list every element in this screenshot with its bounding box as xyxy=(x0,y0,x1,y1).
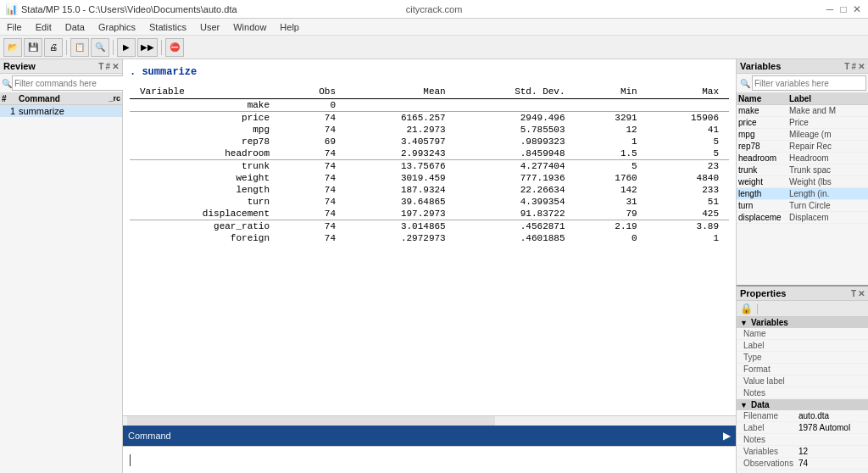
prop-variables-header[interactable]: ▼Variables xyxy=(737,317,868,328)
toolbar-save-btn[interactable]: 💾 xyxy=(24,38,42,57)
menu-graphics[interactable]: Graphics xyxy=(95,20,139,34)
toolbar-do-btn[interactable]: ▶▶ xyxy=(137,38,158,57)
prop-row: Name xyxy=(737,328,868,340)
toolbar-open-btn[interactable]: 📂 xyxy=(3,38,22,57)
var-col-headers: Name Label xyxy=(737,93,868,105)
output-scroll[interactable]: summarize Variable Obs Mean Std. Dev. Mi… xyxy=(123,59,736,415)
toolbar: 📂 💾 🖨 📋 🔍 ▶ ▶▶ ⛔ xyxy=(0,36,868,59)
menubar: File Edit Data Graphics Statistics User … xyxy=(0,19,868,36)
toolbar-break-btn[interactable]: ⛔ xyxy=(165,38,184,57)
list-item[interactable]: weightWeight (lbs xyxy=(737,176,868,188)
titlebar-controls: ─ □ ✕ xyxy=(824,3,863,15)
maximize-button[interactable]: □ xyxy=(837,3,849,15)
list-item[interactable]: makeMake and M xyxy=(737,105,868,117)
prop-row: Variables12 xyxy=(737,446,868,458)
menu-edit[interactable]: Edit xyxy=(32,20,55,34)
prop-sep: | xyxy=(756,303,759,314)
table-row: headroom742.993243.84599481.55 xyxy=(130,147,729,160)
vars-close-icon[interactable]: ✕ xyxy=(858,62,865,71)
props-close-icon[interactable]: ✕ xyxy=(858,289,865,298)
close-button[interactable]: ✕ xyxy=(851,3,863,15)
list-item[interactable]: headroomHeadroom xyxy=(737,153,868,164)
var-label: Mileage (m xyxy=(789,130,866,139)
command-label: Command xyxy=(128,431,171,441)
variables-section: Variables T # ✕ 🔍 Name Label makeMake an… xyxy=(737,59,868,287)
var-filter-input[interactable] xyxy=(752,75,866,91)
menu-window[interactable]: Window xyxy=(230,20,270,34)
output-area: summarize Variable Obs Mean Std. Dev. Mi… xyxy=(123,59,737,473)
col-header-variable: Variable xyxy=(130,85,283,99)
props-pin-icon: T xyxy=(851,289,856,298)
prop-row: Value label xyxy=(737,376,868,387)
review-filter-input[interactable] xyxy=(12,75,125,91)
command-submit-icon[interactable]: ▶ xyxy=(723,430,731,442)
prop-key: Notes xyxy=(743,388,798,398)
command-input[interactable] xyxy=(176,428,723,443)
table-row: trunk7413.756764.277404523 xyxy=(130,160,729,173)
prop-variables-label: Variables xyxy=(751,318,788,327)
prop-data-label: Data xyxy=(751,400,770,409)
menu-help[interactable]: Help xyxy=(276,20,303,34)
vars-dock-icon: # xyxy=(851,62,856,71)
col-header-mean: Mean xyxy=(346,85,456,99)
prop-val xyxy=(798,435,861,444)
var-label: Headroom xyxy=(789,153,866,163)
properties-header-icons: T ✕ xyxy=(851,289,865,298)
list-item[interactable]: trunkTrunk spac xyxy=(737,164,868,176)
list-item[interactable]: mpgMileage (m xyxy=(737,129,868,141)
table-row: price746165.2572949.496329115906 xyxy=(130,112,729,125)
col-header-min: Min xyxy=(576,85,648,99)
col-header-stddev: Std. Dev. xyxy=(456,85,576,99)
list-item[interactable]: pricePrice xyxy=(737,117,868,129)
review-col-rc: _rc xyxy=(97,94,120,103)
col-header-obs: Obs xyxy=(283,85,346,99)
titlebar: 📊 Stata/MP 15.0 - C:\Users\Video\Documen… xyxy=(0,0,868,19)
var-name: headroom xyxy=(738,153,789,163)
right-panel: Variables T # ✕ 🔍 Name Label makeMake an… xyxy=(737,59,868,473)
prop-val xyxy=(798,388,861,398)
prop-row: Format xyxy=(737,364,868,376)
prop-val: 12 xyxy=(798,447,861,456)
prop-data-header[interactable]: ▼Data xyxy=(737,399,868,410)
menu-data[interactable]: Data xyxy=(62,20,88,34)
expand-icon-data: ▼ xyxy=(740,401,748,409)
toolbar-print-btn[interactable]: 🖨 xyxy=(44,38,63,57)
list-item[interactable]: lengthLength (in. xyxy=(737,188,868,200)
toolbar-log-btn[interactable]: 📋 xyxy=(70,38,89,57)
output-scrollbar-h[interactable] xyxy=(123,415,736,426)
table-row: turn7439.648654.3993543151 xyxy=(130,196,729,208)
var-name: make xyxy=(738,106,789,115)
prop-val xyxy=(798,341,861,350)
stata-table: Variable Obs Mean Std. Dev. Min Max make… xyxy=(130,85,729,244)
var-name: weight xyxy=(738,177,789,186)
titlebar-website: citycrack.com xyxy=(406,4,463,14)
prop-key: Name xyxy=(743,329,798,338)
review-close-icon[interactable]: ✕ xyxy=(112,62,119,71)
review-pin-icon: T xyxy=(98,62,103,71)
list-item[interactable]: rep78Repair Rec xyxy=(737,141,868,153)
toolbar-viewer-btn[interactable]: 🔍 xyxy=(91,38,109,57)
prop-key: Filename xyxy=(743,411,798,420)
expand-icon: ▼ xyxy=(740,319,748,327)
var-rows[interactable]: makeMake and MpricePricempgMileage (mrep… xyxy=(737,105,868,285)
minimize-button[interactable]: ─ xyxy=(824,3,836,15)
prop-val: 74 xyxy=(798,459,861,468)
command-type-area[interactable] xyxy=(123,446,736,473)
prop-val xyxy=(798,364,861,374)
var-filter-icon: 🔍 xyxy=(738,76,752,90)
review-header: Review T # ✕ xyxy=(0,59,122,74)
menu-file[interactable]: File xyxy=(3,20,25,34)
menu-user[interactable]: User xyxy=(197,20,223,34)
prop-toolbar: 🔒 | xyxy=(737,301,868,317)
menu-statistics[interactable]: Statistics xyxy=(146,20,190,34)
toolbar-graph-btn[interactable]: ▶ xyxy=(117,38,136,57)
list-item[interactable]: turnTurn Circle xyxy=(737,200,868,212)
review-filter-row: 🔍 ℹ xyxy=(0,74,122,93)
table-row: make0 xyxy=(130,99,729,112)
var-name: displaceme xyxy=(738,213,789,222)
prop-lock-icon: 🔒 xyxy=(740,303,753,314)
review-row-1[interactable]: 1 summarize xyxy=(0,105,122,117)
table-row: length74187.932422.26634142233 xyxy=(130,184,729,196)
list-item[interactable]: displacemeDisplacem xyxy=(737,212,868,224)
prop-val xyxy=(798,353,861,362)
